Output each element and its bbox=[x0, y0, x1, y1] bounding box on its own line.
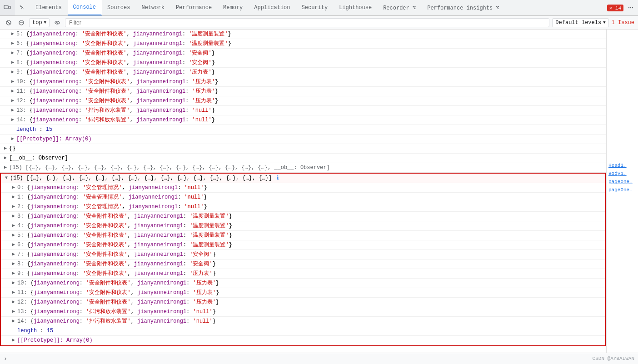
expand-arrow[interactable] bbox=[10, 241, 17, 249]
expand-arrow[interactable] bbox=[9, 106, 16, 115]
length-label: length bbox=[16, 126, 36, 133]
list-item: 3: {jianyanneirong: '安全附件和仪表', jianyanne… bbox=[1, 212, 605, 221]
tab-memory[interactable]: Memory bbox=[218, 0, 249, 15]
tab-performance-insights[interactable]: Performance insights ⌥ bbox=[422, 0, 505, 15]
levels-dropdown[interactable]: Default levels ▼ bbox=[552, 18, 608, 27]
clear-console-button[interactable] bbox=[4, 18, 14, 28]
expand-arrow[interactable] bbox=[10, 222, 17, 230]
expand-arrow[interactable] bbox=[9, 97, 16, 105]
expand-arrow[interactable] bbox=[9, 49, 16, 57]
list-item: 1: {jianyanneirong: '安全管理情况', jianyannei… bbox=[1, 193, 605, 202]
tab-security[interactable]: Security bbox=[296, 0, 334, 15]
expand-arrow[interactable] bbox=[9, 30, 16, 38]
log-content: 11: {jianyanneirong: '安全附件和仪表', jianyann… bbox=[16, 87, 606, 95]
array-preview-top-entry: (15) [{…}, {…}, {…}, {…}, {…}, {…}, {…},… bbox=[0, 163, 606, 173]
expand-arrow[interactable] bbox=[2, 145, 9, 153]
upper-entries-section: 5: {jianyanneirong: '安全附件和仪表', jianyanne… bbox=[0, 30, 606, 125]
watermark: CSDN @AYBAIWAN bbox=[593, 356, 634, 361]
expand-arrow[interactable] bbox=[10, 289, 17, 297]
svg-point-2 bbox=[628, 7, 629, 8]
issues-badge[interactable]: 1 Issue bbox=[612, 20, 634, 26]
log-content: 8: {jianyanneirong: '安全附件和仪表', jianyanne… bbox=[16, 59, 606, 67]
status-bar: › CSDN @AYBAIWAN bbox=[0, 353, 638, 364]
log-content: 14: {jianyanneirong: '排污和放水装置', jianyann… bbox=[17, 317, 605, 325]
list-item: 12: {jianyanneirong: '安全附件和仪表', jianyann… bbox=[0, 96, 606, 106]
expand-arrow[interactable] bbox=[9, 68, 16, 76]
toggle-filter-button[interactable] bbox=[16, 18, 26, 28]
expand-arrow[interactable] bbox=[10, 336, 17, 344]
expand-arrow[interactable] bbox=[3, 174, 10, 182]
prompt-area: › bbox=[4, 355, 634, 362]
right-link[interactable]: pageOne. bbox=[607, 186, 638, 194]
expand-arrow[interactable] bbox=[9, 135, 16, 143]
highlighted-length-entry: length : 15 bbox=[1, 326, 605, 336]
log-content: 9: {jianyanneirong: '安全附件和仪表', jianyanne… bbox=[16, 68, 606, 76]
list-item: 7: {jianyanneirong: '安全附件和仪表', jianyanne… bbox=[1, 250, 605, 259]
more-options-icon[interactable] bbox=[627, 4, 634, 11]
prompt-chevron: › bbox=[4, 355, 7, 362]
expand-arrow[interactable] bbox=[9, 59, 16, 67]
expand-arrow[interactable] bbox=[10, 231, 17, 239]
right-link[interactable]: pageOne. bbox=[607, 178, 638, 186]
log-content: 12: {jianyanneirong: '安全附件和仪表', jianyann… bbox=[17, 298, 605, 306]
log-content: 1: {jianyanneirong: '安全管理情况', jianyannei… bbox=[17, 193, 605, 201]
tab-performance[interactable]: Performance bbox=[170, 0, 218, 15]
log-content: 13: {jianyanneirong: '排污和放水装置', jianyann… bbox=[17, 308, 605, 316]
tab-elements[interactable]: Elements bbox=[30, 0, 68, 15]
log-content: (15) [{…}, {…}, {…}, {…}, {…}, {…}, {…},… bbox=[9, 164, 606, 172]
log-content: 8: {jianyanneirong: '安全附件和仪表', jianyanne… bbox=[17, 260, 605, 268]
console-output[interactable]: 5: {jianyanneirong: '安全附件和仪表', jianyanne… bbox=[0, 30, 606, 353]
filter-input[interactable] bbox=[65, 18, 549, 27]
expand-arrow[interactable] bbox=[10, 260, 17, 268]
context-selector[interactable]: top ▼ bbox=[29, 18, 50, 27]
log-content: 7: {jianyanneirong: '安全附件和仪表', jianyanne… bbox=[16, 49, 606, 57]
expand-arrow bbox=[10, 327, 17, 335]
log-content: length : 15 bbox=[17, 327, 605, 335]
console-main: 5: {jianyanneirong: '安全附件和仪表', jianyanne… bbox=[0, 30, 638, 353]
tab-application[interactable]: Application bbox=[249, 0, 296, 15]
log-content: 7: {jianyanneirong: '安全附件和仪表', jianyanne… bbox=[17, 250, 605, 259]
expand-arrow[interactable] bbox=[10, 193, 17, 201]
tab-inspect[interactable] bbox=[15, 0, 30, 15]
list-item: 11: {jianyanneirong: '安全附件和仪表', jianyann… bbox=[0, 87, 606, 96]
tab-network[interactable]: Network bbox=[136, 0, 170, 15]
tab-bar: Elements Console Sources Network Perform… bbox=[0, 0, 638, 16]
tab-device-toggle[interactable] bbox=[0, 0, 15, 15]
expand-arrow[interactable] bbox=[10, 184, 17, 192]
expand-arrow[interactable] bbox=[2, 164, 9, 172]
inspect-icon bbox=[19, 4, 26, 11]
right-link[interactable]: Head1. bbox=[607, 161, 638, 170]
svg-point-10 bbox=[57, 22, 58, 23]
list-item: 13: {jianyanneirong: '排污和放水装置', jianyann… bbox=[0, 106, 606, 115]
expand-arrow[interactable] bbox=[9, 87, 16, 95]
expand-arrow[interactable] bbox=[9, 40, 16, 48]
list-item: 13: {jianyanneirong: '排污和放水装置', jianyann… bbox=[1, 307, 605, 317]
log-content: 12: {jianyanneirong: '安全附件和仪表', jianyann… bbox=[16, 97, 606, 105]
right-link[interactable]: Body1. bbox=[607, 170, 638, 178]
tab-lighthouse[interactable]: Lighthouse bbox=[334, 0, 378, 15]
expand-arrow[interactable] bbox=[10, 298, 17, 306]
expand-arrow[interactable] bbox=[10, 269, 17, 278]
expand-arrow[interactable] bbox=[10, 203, 17, 211]
expand-arrow[interactable] bbox=[9, 116, 16, 124]
list-item: 0: {jianyanneirong: '安全管理情况', jianyannei… bbox=[1, 183, 605, 193]
expand-arrow[interactable] bbox=[10, 212, 17, 220]
eye-icon bbox=[54, 20, 60, 26]
filter-toggle-icon bbox=[18, 20, 25, 26]
expand-arrow[interactable] bbox=[2, 154, 9, 162]
expand-arrow[interactable] bbox=[10, 250, 17, 259]
tab-console[interactable]: Console bbox=[68, 0, 102, 15]
log-content: 11: {jianyanneirong: '安全附件和仪表', jianyann… bbox=[17, 289, 605, 297]
expand-arrow[interactable] bbox=[10, 317, 17, 325]
list-item: 8: {jianyanneirong: '安全附件和仪表', jianyanne… bbox=[1, 259, 605, 269]
expand-arrow[interactable] bbox=[10, 279, 17, 287]
svg-line-6 bbox=[7, 21, 10, 24]
tab-sources[interactable]: Sources bbox=[102, 0, 136, 15]
tab-recorder[interactable]: Recorder ⌥ bbox=[378, 0, 422, 15]
expand-arrow[interactable] bbox=[9, 78, 16, 86]
list-item: 7: {jianyanneirong: '安全附件和仪表', jianyanne… bbox=[0, 49, 606, 58]
eye-button[interactable] bbox=[52, 18, 62, 28]
expand-arrow[interactable] bbox=[10, 308, 17, 316]
right-panel: Head1.Body1.pageOne.pageOne. bbox=[606, 30, 638, 353]
list-item: 14: {jianyanneirong: '排污和放水装置', jianyann… bbox=[1, 317, 605, 326]
